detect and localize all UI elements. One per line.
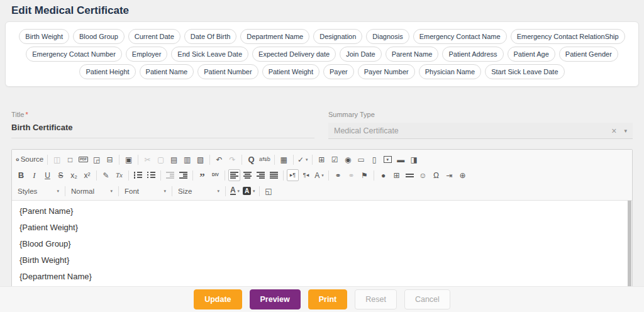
source-button[interactable]: ‹›Source [15, 153, 44, 165]
merge-field-chip[interactable]: Department Name [240, 29, 309, 44]
horizontal-rule-button[interactable] [404, 169, 416, 181]
toolbar-divider [119, 155, 119, 165]
merge-field-chip[interactable]: Current Date [128, 29, 180, 44]
merge-field-chip[interactable]: Emergency Contact RelationShip [511, 29, 625, 44]
toolbar-print-button[interactable]: ⊟ [104, 153, 116, 165]
indent-button[interactable] [177, 169, 189, 181]
superscript-button[interactable]: x² [81, 169, 93, 181]
merge-field-chip[interactable]: Patient Name [140, 64, 194, 79]
merge-field-chip[interactable]: Patient Height [79, 64, 135, 79]
merge-field-chip[interactable]: Parent Name [386, 47, 439, 62]
link-button[interactable]: ⚭ [332, 169, 344, 181]
print-button[interactable]: Print [308, 289, 347, 309]
merge-field-chip[interactable]: Patient Age [508, 47, 555, 62]
copy-formatting-button[interactable]: ✎ [100, 169, 112, 181]
editor-scrollbar[interactable] [628, 201, 631, 294]
select-field-button[interactable]: ▾ [382, 153, 394, 165]
export-pdf-button[interactable]: PDF [77, 153, 89, 165]
create-div-button[interactable]: DIV [209, 169, 221, 181]
reset-button[interactable]: Reset [355, 289, 397, 309]
paste-word-button[interactable]: ▧ [194, 153, 206, 165]
merge-field-chip[interactable]: Designation [313, 29, 362, 44]
update-button[interactable]: Update [194, 289, 242, 309]
rtl-button[interactable]: ¶◂ [300, 169, 312, 181]
new-page-button[interactable]: □ [64, 153, 76, 165]
underline-button[interactable]: U [42, 169, 53, 181]
cancel-button[interactable]: Cancel [404, 289, 450, 309]
merge-field-chip[interactable]: Physician Name [419, 64, 481, 79]
select-all-button[interactable]: ▦ [278, 153, 290, 165]
merge-field-chip[interactable]: Start Sick Leave Date [485, 64, 564, 79]
checkbox-button[interactable]: ☑ [329, 153, 341, 165]
merge-field-chip[interactable]: Date Of Birth [184, 29, 237, 44]
align-left-button[interactable] [228, 169, 240, 181]
bold-button[interactable]: B [15, 169, 27, 181]
italic-button[interactable]: I [28, 169, 40, 181]
form-button[interactable]: ⊞ [316, 153, 328, 165]
action-bar: UpdatePreviewPrintResetCancel [0, 286, 644, 312]
button-field-button[interactable]: ▬ [395, 153, 407, 165]
font-dropdown[interactable]: Font▾ [121, 185, 169, 198]
iframe-button[interactable]: ⊕ [457, 169, 469, 181]
text-field-button[interactable]: ▭ [355, 153, 367, 165]
table-button[interactable]: ⊞ [391, 169, 402, 181]
merge-field-chip[interactable]: Emergency Cotact Number [26, 47, 122, 62]
align-right-button[interactable] [255, 169, 267, 181]
strikethrough-button[interactable]: S [55, 169, 67, 181]
clear-icon[interactable]: × [611, 126, 616, 136]
merge-field-chip[interactable]: Payer [323, 64, 354, 79]
merge-field-chip[interactable]: Join Date [340, 47, 381, 62]
align-center-button[interactable] [242, 169, 253, 181]
merge-field-chip[interactable]: Employer [126, 47, 167, 62]
textarea-button[interactable]: ▯ [369, 153, 380, 165]
templates-button[interactable]: ▣ [123, 153, 135, 165]
blockquote-button[interactable]: ” [196, 169, 208, 181]
merge-field-chip[interactable]: Patient Weight [262, 64, 319, 79]
align-justify-button[interactable] [268, 169, 280, 181]
subscript-button[interactable]: x₂ [68, 169, 80, 181]
find-button[interactable]: Q [245, 153, 257, 165]
image-button[interactable]: ● [377, 169, 389, 181]
smiley-button[interactable]: ☺ [417, 169, 429, 181]
maximize-button[interactable]: ◱ [263, 185, 275, 197]
spell-check-button[interactable]: ✓▾ [297, 153, 309, 165]
redo-button: ↷ [226, 153, 238, 165]
merge-field-chip[interactable]: Payer Number [358, 64, 415, 79]
format-dropdown[interactable]: Normal▾ [68, 185, 116, 198]
paste-text-button[interactable]: ▥ [181, 153, 193, 165]
merge-field-chip[interactable]: Patient Address [442, 47, 503, 62]
editor-content[interactable]: {Parent Name}{Patient Weight}{Blood Grou… [12, 201, 632, 298]
language-button[interactable]: A▾ [313, 169, 325, 181]
merge-field-chip[interactable]: Birth Weight [19, 29, 69, 44]
radio-button[interactable]: ◉ [342, 153, 354, 165]
preview-button[interactable]: Preview [250, 289, 301, 309]
ltr-button[interactable]: ▸¶ [287, 169, 299, 181]
merge-field-chip[interactable]: Blood Group [73, 29, 125, 44]
summary-field-group: Summary Type Medical Certificate × ▾ [328, 111, 633, 139]
image-button-button[interactable]: ◨ [408, 153, 420, 165]
undo-button[interactable]: ↶ [213, 153, 225, 165]
bulleted-list-button[interactable] [145, 169, 157, 181]
replace-button[interactable]: a⇆b [258, 153, 271, 165]
merge-field-chip[interactable]: Emergency Contact Name [413, 29, 507, 44]
merge-field-chip[interactable]: Expected Delivery date [252, 47, 336, 62]
merge-field-chip[interactable]: Patient Number [197, 64, 258, 79]
text-color-button[interactable]: A▾ [229, 185, 241, 197]
size-dropdown[interactable]: Size▾ [175, 185, 223, 198]
title-input[interactable] [11, 118, 314, 138]
page-break-button[interactable]: ⇥ [443, 169, 455, 181]
toolbar-icon: ▸¶ [290, 172, 296, 178]
numbered-list-button[interactable] [132, 169, 144, 181]
merge-field-chip[interactable]: End Sick Leave Date [171, 47, 248, 62]
special-char-button[interactable]: Ω [430, 169, 442, 181]
merge-field-chip[interactable]: Patient Gender [559, 47, 618, 62]
merge-field-chip[interactable]: Diagnosis [366, 29, 409, 44]
paste-button[interactable]: ▤ [168, 153, 180, 165]
anchor-button[interactable]: ⚑ [358, 169, 370, 181]
summary-type-select[interactable]: Medical Certificate × ▾ [328, 123, 633, 139]
background-color-button[interactable]: A▾ [242, 185, 256, 197]
remove-format-button[interactable]: Tx [113, 169, 125, 181]
preview-doc-button[interactable]: ◲ [91, 153, 103, 165]
chevron-down-icon[interactable]: ▾ [624, 128, 627, 134]
styles-dropdown[interactable]: Styles▾ [14, 185, 62, 198]
